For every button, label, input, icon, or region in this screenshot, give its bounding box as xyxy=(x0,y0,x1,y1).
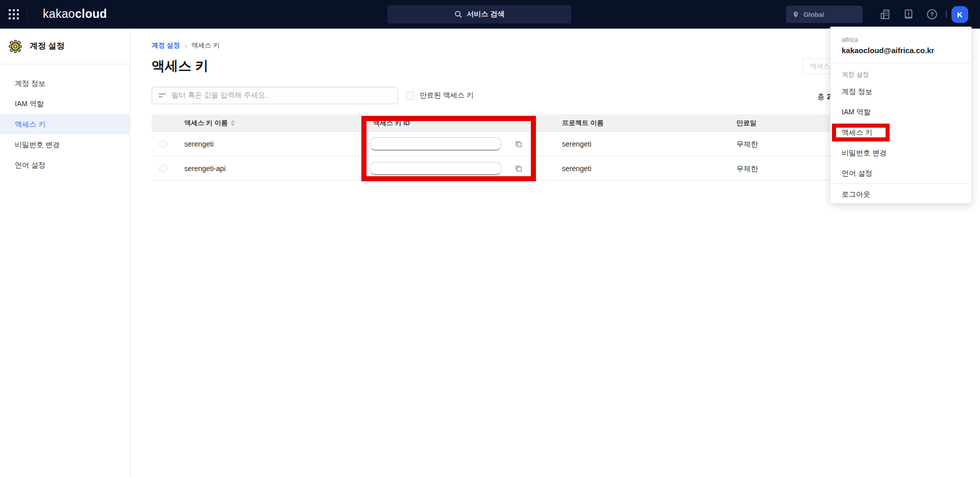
expired-keys-checkbox[interactable] xyxy=(406,91,414,100)
sidebar-menu: 계정 정보 IAM 역할 액세스 키 비밀번호 변경 언어 설정 xyxy=(0,64,130,175)
breadcrumb-separator-icon: › xyxy=(185,42,187,50)
access-key-id-field[interactable] xyxy=(370,162,501,175)
project-name-cell: serengeti xyxy=(562,156,592,181)
user-avatar[interactable]: K xyxy=(951,6,968,23)
filter-input[interactable]: 필터 혹은 값을 입력해 주세요. xyxy=(152,87,398,104)
docs-guide-icon[interactable] xyxy=(902,8,915,20)
column-label: 액세스 키 ID xyxy=(373,114,410,132)
menu-item-iam-role[interactable]: IAM 역할 xyxy=(830,102,971,122)
logo-light: kakao xyxy=(43,7,75,20)
search-placeholder: 서비스 검색 xyxy=(467,10,505,19)
column-label: 만료일 xyxy=(737,114,756,132)
dropdown-section-label: 계정 설정 xyxy=(830,63,971,81)
help-icon[interactable]: ? xyxy=(926,8,938,20)
column-header-project-name: 프로젝트 이름 xyxy=(562,114,604,132)
menu-item-password-change[interactable]: 비밀번호 변경 xyxy=(830,142,971,163)
expired-keys-label: 만료된 액세스 키 xyxy=(420,91,474,100)
row-radio-button[interactable] xyxy=(159,164,167,173)
breadcrumb-parent-link[interactable]: 계정 설정 xyxy=(152,41,180,50)
menu-item-logout[interactable]: 로그아웃 xyxy=(830,184,971,205)
menu-item-language[interactable]: 언어 설정 xyxy=(830,163,971,183)
user-email: kakaocloud@aifrica.co.kr xyxy=(830,43,971,63)
project-name-cell: serengeti xyxy=(562,132,592,156)
organization-icon[interactable] xyxy=(879,8,891,20)
column-label: 액세스 키 이름 xyxy=(184,114,228,132)
user-menu-dropdown: aifrica kakaocloud@aifrica.co.kr 계정 설정 계… xyxy=(830,27,972,204)
region-selector[interactable]: Global xyxy=(786,6,863,23)
breadcrumb: 계정 설정 › 액세스 키 xyxy=(152,41,220,50)
navbar-divider xyxy=(27,8,28,20)
sidebar: 계정 설정 계정 정보 IAM 역할 액세스 키 비밀번호 변경 언어 설정 xyxy=(0,29,130,477)
avatar-initial: K xyxy=(957,10,963,19)
sidebar-item-password-change[interactable]: 비밀번호 변경 xyxy=(0,134,130,155)
filter-icon xyxy=(159,93,166,99)
sidebar-item-access-key[interactable]: 액세스 키 xyxy=(0,114,130,134)
sidebar-title: 계정 설정 xyxy=(30,41,64,52)
page-title: 액세스 키 xyxy=(152,57,208,75)
menu-item-account-info[interactable]: 계정 정보 xyxy=(830,81,971,102)
expiry-date-cell: 무제한 xyxy=(737,156,758,181)
apps-grid-icon[interactable] xyxy=(9,9,19,20)
top-navbar: kakaocloud 서비스 검색 Global ? K xyxy=(0,0,980,29)
column-header-access-key-id: 액세스 키 ID xyxy=(373,114,410,132)
sidebar-item-language[interactable]: 언어 설정 xyxy=(0,155,130,175)
service-search-input[interactable]: 서비스 검색 xyxy=(387,5,571,23)
region-label: Global xyxy=(803,11,824,18)
kakaocloud-logo[interactable]: kakaocloud xyxy=(43,7,107,21)
total-label: 총 xyxy=(817,92,824,101)
svg-text:?: ? xyxy=(930,11,934,17)
navbar-mini-divider xyxy=(946,11,947,17)
expiry-date-cell: 무제한 xyxy=(737,132,758,156)
logo-bold: cloud xyxy=(75,7,107,20)
copy-icon[interactable] xyxy=(514,140,523,148)
sort-icon[interactable] xyxy=(231,120,235,126)
access-key-id-field[interactable] xyxy=(370,137,501,151)
sidebar-header: 계정 설정 xyxy=(0,29,130,64)
column-label: 프로젝트 이름 xyxy=(562,114,604,132)
location-pin-icon xyxy=(792,11,799,18)
column-header-access-key-name[interactable]: 액세스 키 이름 xyxy=(184,114,235,132)
filter-placeholder: 필터 혹은 값을 입력해 주세요. xyxy=(172,91,267,100)
row-radio-button[interactable] xyxy=(159,140,167,148)
access-key-name-cell: serengeti xyxy=(184,132,214,156)
column-header-expiry-date: 만료일 xyxy=(737,114,756,132)
total-count: 총2 xyxy=(766,92,831,102)
breadcrumb-current: 액세스 키 xyxy=(191,41,220,50)
search-icon xyxy=(454,10,462,18)
menu-item-access-key[interactable]: 액세스 키 xyxy=(830,122,971,142)
organization-name: aifrica xyxy=(830,27,971,43)
sidebar-item-account-info[interactable]: 계정 정보 xyxy=(0,73,130,93)
account-settings-gear-icon xyxy=(9,40,22,53)
copy-icon[interactable] xyxy=(514,164,523,173)
sidebar-item-iam-role[interactable]: IAM 역할 xyxy=(0,93,130,114)
expired-keys-filter: 만료된 액세스 키 xyxy=(406,87,474,104)
access-key-name-cell: serengeti-api xyxy=(184,156,226,181)
